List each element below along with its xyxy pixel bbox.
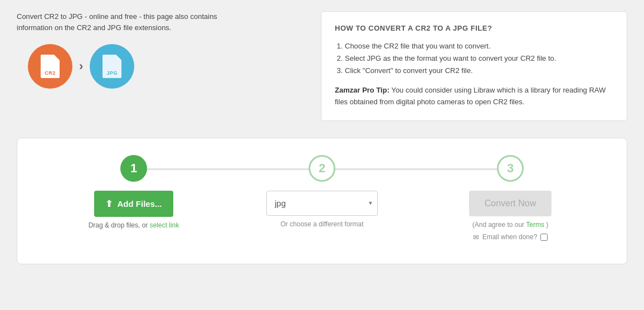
howto-steps-list: Choose the CR2 file that you want to con…	[335, 40, 613, 77]
jpg-icon-circle: JPG	[90, 44, 134, 89]
howto-title: HOW TO CONVERT A CR2 TO A JPG FILE?	[335, 24, 613, 32]
step3-num-cell: 3	[416, 155, 604, 182]
email-row: ✉ Email when done?	[473, 233, 548, 241]
cr2-icon-circle: CR2	[28, 44, 72, 89]
description-text: Convert CR2 to JPG - online and free - t…	[17, 11, 223, 33]
cr2-file-icon: CR2	[41, 55, 60, 78]
convert-now-label: Convert Now	[485, 198, 536, 208]
howto-step-1: Choose the CR2 file that you want to con…	[345, 40, 613, 52]
format-select[interactable]: jpg png gif bmp tiff	[266, 191, 378, 216]
cr2-label: CR2	[45, 70, 56, 76]
upload-icon: ⬆	[105, 198, 113, 209]
cr2-file-page: CR2	[41, 55, 60, 78]
drag-drop-text: Drag & drop files, or select link	[89, 221, 179, 229]
jpg-label: JPG	[107, 70, 118, 76]
terms-link[interactable]: Terms	[526, 221, 544, 229]
convert-now-button[interactable]: Convert Now	[469, 191, 552, 216]
tip-label: Zamzar Pro Tip:	[335, 86, 389, 94]
step2-number: 2	[309, 155, 335, 182]
left-panel: Convert CR2 to JPG - online and free - t…	[17, 11, 223, 89]
arrow-icon: ›	[79, 59, 83, 74]
email-label: Email when done?	[482, 233, 538, 241]
step3-number: 3	[497, 155, 524, 182]
conversion-icons: CR2 › JPG	[28, 44, 223, 89]
howto-panel: HOW TO CONVERT A CR2 TO A JPG FILE? Choo…	[321, 11, 627, 121]
email-icon: ✉	[473, 233, 479, 241]
add-files-label: Add Files...	[117, 199, 162, 209]
step3-control: Convert Now (And agree to our Terms ) ✉ …	[416, 191, 604, 241]
format-hint: Or choose a different format	[280, 220, 363, 228]
converter-section: 1 2 3 ⬆ Add Files...	[17, 138, 627, 264]
step1-control: ⬆ Add Files... Drag & drop files, or sel…	[40, 191, 228, 241]
step1-num-cell: 1	[40, 155, 228, 182]
steps-numbers-row: 1 2 3	[40, 155, 604, 182]
step2-control: jpg png gif bmp tiff ▾ Or choose a diffe…	[228, 191, 416, 241]
top-section: Convert CR2 to JPG - online and free - t…	[0, 0, 644, 132]
steps-controls-row: ⬆ Add Files... Drag & drop files, or sel…	[40, 191, 604, 241]
format-select-wrapper: jpg png gif bmp tiff ▾	[266, 191, 378, 216]
howto-step-2: Select JPG as the the format you want to…	[345, 52, 613, 65]
terms-text: (And agree to our Terms )	[472, 221, 549, 229]
add-files-button[interactable]: ⬆ Add Files...	[94, 191, 173, 217]
step2-num-cell: 2	[228, 155, 416, 182]
howto-step-3: Click "Convert" to convert your CR2 file…	[345, 65, 613, 77]
email-checkbox[interactable]	[540, 234, 548, 241]
step1-number: 1	[120, 155, 147, 182]
tip-paragraph: Zamzar Pro Tip: You could consider using…	[335, 85, 613, 108]
jpg-file-page: JPG	[103, 55, 121, 78]
select-link[interactable]: select link	[150, 221, 179, 229]
jpg-file-icon: JPG	[103, 55, 121, 78]
